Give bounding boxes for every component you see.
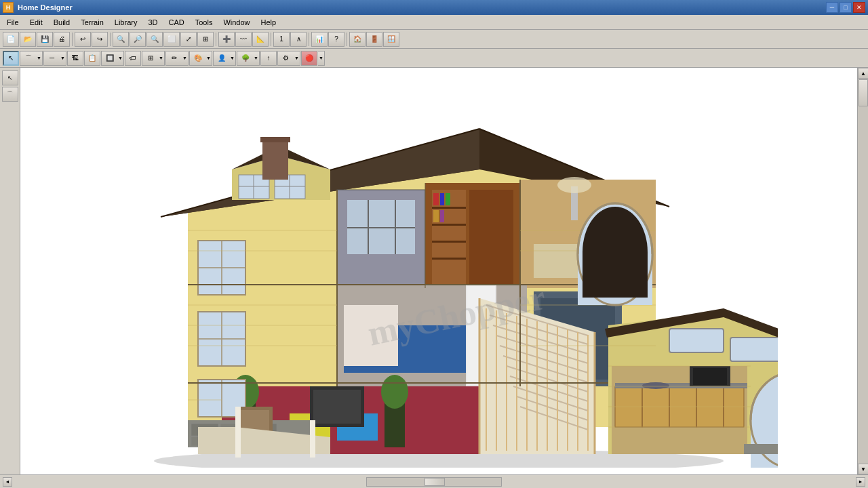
print-button[interactable]: 🖨	[54, 32, 70, 47]
menu-help[interactable]: Help	[256, 15, 282, 29]
main-area: ↖ ⌒	[0, 68, 868, 474]
svg-rect-97	[693, 368, 727, 385]
scroll-left-button[interactable]: ◄	[3, 477, 12, 487]
svg-rect-83	[730, 338, 778, 361]
menu-file[interactable]: File	[1, 15, 24, 29]
one-button[interactable]: 1	[273, 32, 290, 47]
horizontal-scrollbar[interactable]	[366, 477, 502, 487]
terrain-dropdown[interactable]: 🌳 ▼	[237, 51, 260, 66]
redo-button[interactable]: ↪	[92, 32, 108, 47]
svg-rect-16	[262, 139, 288, 180]
scroll-right-button[interactable]: ►	[856, 477, 865, 487]
svg-rect-30	[433, 193, 439, 205]
house-render: myChopper	[100, 75, 778, 468]
svg-point-38	[557, 177, 591, 193]
add-button[interactable]: ➕	[218, 32, 235, 47]
svg-rect-27	[432, 224, 466, 226]
left-panel: ↖ ⌒	[0, 68, 20, 474]
save-button[interactable]: 💾	[37, 32, 53, 47]
person-dropdown[interactable]: 👤 ▼	[213, 51, 236, 66]
menu-edit[interactable]: Edit	[24, 15, 48, 29]
scroll-up-button[interactable]: ▲	[858, 68, 868, 79]
select-rect-button[interactable]: ⬜	[163, 32, 180, 47]
menu-bar: File Edit Build Terrain Library 3D CAD T…	[0, 15, 868, 30]
svg-rect-31	[440, 193, 444, 205]
home-button[interactable]: 🏠	[349, 32, 366, 47]
menu-terrain[interactable]: Terrain	[75, 15, 109, 29]
svg-rect-116	[235, 407, 241, 458]
tile-button[interactable]: ⊞	[197, 32, 214, 47]
svg-rect-26	[432, 207, 466, 209]
menu-cad[interactable]: CAD	[163, 15, 189, 29]
window-controls: ─ □ ✕	[826, 2, 865, 13]
svg-rect-22	[347, 227, 415, 228]
app-icon: H	[3, 2, 14, 13]
left-tool-2[interactable]: ⌒	[2, 87, 18, 102]
dimension-button[interactable]: 📐	[252, 32, 269, 47]
pointer-button[interactable]: ↖	[3, 51, 19, 66]
close-button[interactable]: ✕	[853, 2, 865, 13]
menu-3d[interactable]: 3D	[142, 15, 163, 29]
new-button[interactable]: 📄	[3, 32, 19, 47]
menu-library[interactable]: Library	[109, 15, 143, 29]
grid-dropdown[interactable]: ⊞ ▼	[142, 51, 165, 66]
sep5	[309, 33, 309, 46]
status-bar: ◄ ►	[0, 474, 868, 488]
undo-button[interactable]: ↩	[75, 32, 91, 47]
frame-dropdown[interactable]: 🔲 ▼	[101, 51, 124, 66]
svg-rect-34	[440, 210, 444, 222]
build-button[interactable]: 🏗	[67, 51, 83, 66]
svg-rect-33	[433, 210, 439, 222]
menu-tools[interactable]: Tools	[190, 15, 218, 29]
svg-rect-54	[313, 390, 361, 424]
toolbar1: 📄 📂 💾 🖨 ↩ ↪ 🔍 🔎 🔍 ⬜ ⤢ ⊞ ➕ 〰 📐 1 ∧ 📊 ? 🏠 …	[0, 30, 868, 49]
sep1	[72, 33, 73, 46]
minimize-button[interactable]: ─	[826, 2, 838, 13]
window-tool-button[interactable]: 🪟	[383, 32, 399, 47]
app-title: Home Designer	[18, 3, 826, 12]
house-svg: myChopper	[100, 75, 778, 468]
plan-button[interactable]: 📋	[84, 51, 100, 66]
svg-point-95	[642, 382, 669, 389]
svg-rect-28	[432, 241, 466, 243]
scroll-thumb[interactable]	[859, 79, 868, 106]
sep4	[271, 33, 271, 46]
up-button[interactable]: ∧	[290, 32, 307, 47]
label-button[interactable]: 🏷	[125, 51, 141, 66]
svg-rect-82	[669, 329, 724, 352]
paint-dropdown[interactable]: 🎨 ▼	[189, 51, 212, 66]
svg-rect-32	[446, 193, 450, 205]
open-button[interactable]: 📂	[20, 32, 36, 47]
scroll-down-button[interactable]: ▼	[858, 464, 868, 474]
canvas-area[interactable]: myChopper	[20, 68, 857, 474]
h-scroll-thumb[interactable]	[425, 478, 445, 486]
svg-rect-117	[310, 420, 315, 458]
svg-rect-17	[260, 137, 290, 142]
right-scrollbar: ▲ ▼	[857, 68, 868, 474]
maximize-button[interactable]: □	[840, 2, 852, 13]
svg-point-50	[381, 375, 408, 409]
record-dropdown-arrow[interactable]: ▼	[318, 51, 325, 66]
menu-build[interactable]: Build	[48, 15, 75, 29]
menu-window[interactable]: Window	[218, 15, 255, 29]
chart-button[interactable]: 📊	[311, 32, 328, 47]
zoom-in-button[interactable]: 🔎	[130, 32, 146, 47]
door-button[interactable]: 🚪	[366, 32, 382, 47]
svg-rect-119	[744, 444, 778, 454]
settings-dropdown[interactable]: ⚙ ▼	[277, 51, 300, 66]
help-button[interactable]: ?	[328, 32, 344, 47]
left-tool-1[interactable]: ↖	[2, 70, 18, 85]
fit-window-button[interactable]: ⤢	[180, 32, 197, 47]
curve-button[interactable]: 〰	[235, 32, 252, 47]
title-bar: H Home Designer ─ □ ✕	[0, 0, 868, 15]
sep2	[110, 33, 111, 46]
record-button[interactable]: 🔴	[301, 51, 317, 66]
line-dropdown[interactable]: ─ ▼	[43, 51, 66, 66]
search-button[interactable]: 🔍	[113, 32, 129, 47]
draw-dropdown[interactable]: ✏ ▼	[165, 51, 189, 66]
zoom-out-button[interactable]: 🔍	[146, 32, 163, 47]
svg-rect-25	[469, 190, 513, 285]
elevation-button[interactable]: ↑	[260, 51, 277, 66]
scroll-track[interactable]	[858, 79, 868, 464]
arc-dropdown[interactable]: ⌒ ▼	[20, 51, 43, 66]
